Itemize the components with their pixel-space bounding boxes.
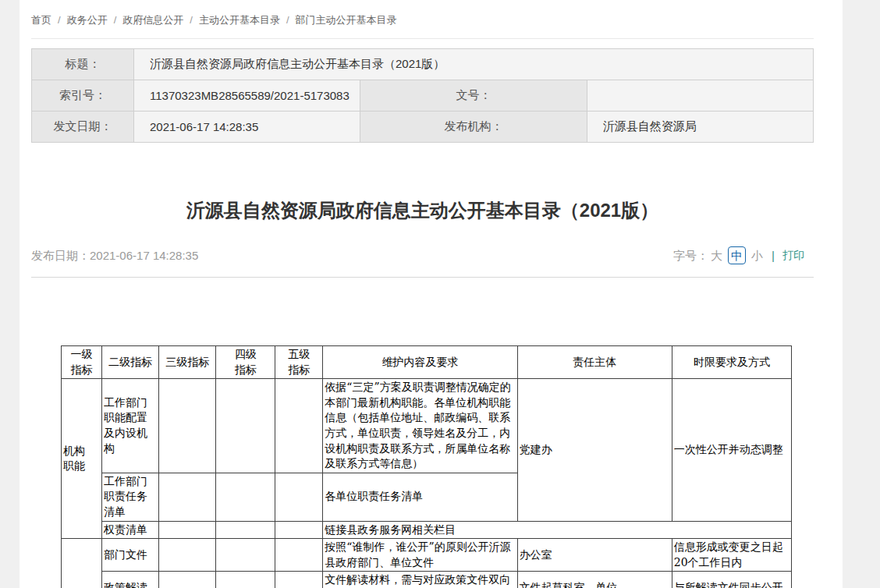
cell-content: 链接县政务服务网相关栏目: [323, 521, 792, 539]
empty-cell: [159, 521, 216, 539]
empty-cell: [216, 473, 275, 521]
breadcrumb-separator: /: [58, 14, 61, 26]
meta-docnum-label: 文号：: [360, 80, 587, 112]
breadcrumb-basic-catalog[interactable]: 主动公开基本目录: [199, 14, 280, 26]
cell-owner: 办公室: [517, 539, 672, 572]
breadcrumb-separator: /: [190, 14, 193, 26]
breadcrumb-zhengwu[interactable]: 政务公开: [67, 14, 108, 26]
meta-row-index: 索引号： 11370323MB28565589/2021-5173083 文号：: [32, 80, 814, 112]
cell-deadline: 一次性公开并动态调整: [672, 379, 791, 521]
cell-content: 文件解读材料，需与对应政策文件双向关联: [323, 572, 517, 588]
catalog-table: 一级 指标 二级指标 三级指标 四级 指标 五级 指标 维护内容及要求 责任主体…: [61, 345, 792, 588]
page-right-gutter: [843, 0, 880, 588]
font-size-controls: 字号： 大 中 小 | 打印: [673, 246, 814, 264]
empty-cell: [216, 379, 275, 473]
cell-content: 依据“三定”方案及职责调整情况确定的本部门最新机构职能。各单位机构职能信息（包括…: [323, 379, 517, 473]
toolbar-divider: |: [772, 247, 775, 264]
cell-level2: 部门文件: [102, 539, 159, 572]
empty-cell: [216, 521, 275, 539]
cell-deadline: 与所解读文件同步公开: [672, 572, 791, 588]
header-divider: [31, 277, 814, 278]
cell-level1-section2: [62, 539, 102, 588]
table-row: 权责清单 链接县政务服务网相关栏目: [62, 521, 792, 539]
meta-date-value: 2021-06-17 14:28:35: [134, 112, 360, 143]
header-deadline: 时限要求及方式: [672, 346, 791, 379]
breadcrumb-info-disclosure[interactable]: 政府信息公开: [122, 14, 183, 26]
publish-date: 发布日期：2021-06-17 14:28:35: [31, 247, 198, 264]
header-level2: 二级指标: [102, 346, 159, 379]
header-level5: 五级 指标: [275, 346, 323, 379]
cell-level1-orgfunction: 机构 职能: [62, 379, 102, 539]
empty-cell: [275, 379, 323, 473]
article-toolbar: 发布日期：2021-06-17 14:28:35 字号： 大 中 小 | 打印: [31, 246, 814, 264]
cell-level2: 权责清单: [102, 521, 159, 539]
header-level4: 四级 指标: [216, 346, 275, 379]
cell-content: 各单位职责任务清单: [323, 473, 517, 521]
meta-agency-value: 沂源县自然资源局: [587, 112, 813, 143]
header-owner: 责任主体: [517, 346, 672, 379]
header-content: 维护内容及要求: [323, 346, 517, 379]
breadcrumb-separator: /: [114, 14, 117, 26]
page-content: 首页/政务公开/政府信息公开/主动公开基本目录/部门主动公开基本目录 标题： 沂…: [20, 0, 843, 588]
cell-owner: 党建办: [517, 379, 672, 521]
meta-agency-label: 发布机构：: [360, 112, 587, 143]
cell-level2: 工作部门职能配置及内设机构: [102, 379, 159, 473]
empty-cell: [159, 572, 216, 588]
document-meta-table: 标题： 沂源县自然资源局政府信息主动公开基本目录（2021版） 索引号： 113…: [31, 48, 814, 143]
empty-cell: [216, 572, 275, 588]
breadcrumb-separator: /: [286, 14, 289, 26]
meta-title-label: 标题：: [32, 49, 134, 80]
meta-row-title: 标题： 沂源县自然资源局政府信息主动公开基本目录（2021版）: [32, 49, 814, 80]
cell-level2: 政策解读: [102, 572, 159, 588]
meta-date-label: 发文日期：: [32, 112, 134, 143]
catalog-header-row: 一级 指标 二级指标 三级指标 四级 指标 五级 指标 维护内容及要求 责任主体…: [62, 346, 792, 379]
meta-title-value: 沂源县自然资源局政府信息主动公开基本目录（2021版）: [134, 49, 814, 80]
empty-cell: [159, 379, 216, 473]
table-row: 机构 职能 工作部门职能配置及内设机构 依据“三定”方案及职责调整情况确定的本部…: [62, 379, 792, 473]
breadcrumb-home[interactable]: 首页: [31, 14, 51, 26]
cell-owner: 文件起草科室、单位: [517, 572, 672, 588]
print-button[interactable]: 打印: [782, 247, 804, 264]
empty-cell: [275, 539, 323, 572]
breadcrumb: 首页/政务公开/政府信息公开/主动公开基本目录/部门主动公开基本目录: [31, 0, 814, 39]
empty-cell: [159, 473, 216, 521]
font-size-large-button[interactable]: 大: [711, 247, 722, 264]
header-level1: 一级 指标: [62, 346, 102, 379]
empty-cell: [275, 521, 323, 539]
article-title: 沂源县自然资源局政府信息主动公开基本目录（2021版）: [31, 197, 814, 223]
meta-index-label: 索引号：: [32, 80, 134, 112]
breadcrumb-dept-catalog[interactable]: 部门主动公开基本目录: [296, 14, 397, 26]
empty-cell: [159, 539, 216, 572]
font-size-small-button[interactable]: 小: [751, 247, 763, 264]
header-level3: 三级指标: [159, 346, 216, 379]
meta-docnum-value: [587, 80, 813, 112]
meta-row-date: 发文日期： 2021-06-17 14:28:35 发布机构： 沂源县自然资源局: [32, 112, 814, 143]
table-row: 政策解读 文件解读材料，需与对应政策文件双向关联 文件起草科室、单位 与所解读文…: [62, 572, 792, 588]
empty-cell: [275, 473, 323, 521]
table-row: 部门文件 按照“谁制作，谁公开”的原则公开沂源县政府部门、单位文件 办公室 信息…: [62, 539, 792, 572]
cell-deadline: 信息形成或变更之日起20个工作日内: [672, 539, 791, 572]
cell-level2: 工作部门职责任务清单: [102, 473, 159, 521]
empty-cell: [216, 539, 275, 572]
empty-cell: [275, 572, 323, 588]
font-size-label: 字号：: [673, 247, 708, 264]
cell-content: 按照“谁制作，谁公开”的原则公开沂源县政府部门、单位文件: [323, 539, 517, 572]
page-left-gutter: [0, 0, 20, 588]
meta-index-value: 11370323MB28565589/2021-5173083: [134, 80, 360, 112]
font-size-medium-button[interactable]: 中: [728, 246, 746, 264]
